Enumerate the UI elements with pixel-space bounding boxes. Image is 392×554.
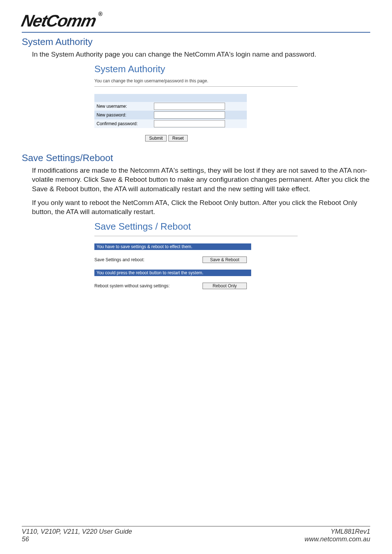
section2-p2: If you only want to reboot the NetComm A… xyxy=(32,198,370,217)
confirmed-password-input[interactable] xyxy=(154,120,225,127)
section-title-save-reboot: Save Settings/Reboot xyxy=(22,152,370,164)
new-password-label: New password: xyxy=(94,111,152,119)
footer-guide: V110, V210P, V211, V220 User Guide xyxy=(22,528,132,535)
page-footer: V110, V210P, V211, V220 User Guide YML88… xyxy=(22,526,370,543)
reboot-only-button[interactable]: Reboot Only xyxy=(203,283,247,289)
section2-p1: If modifications are made to the Netcomm… xyxy=(32,166,370,194)
system-authority-panel: System Authority You can change the logi… xyxy=(94,63,298,141)
reboot-only-label: Reboot system without saving settings: xyxy=(94,283,170,288)
new-username-input[interactable] xyxy=(154,103,225,110)
bluebar-reboot: You could press the reboot button to res… xyxy=(94,270,251,276)
submit-button[interactable]: Submit xyxy=(145,135,167,141)
footer-url: www.netcomm.com.au xyxy=(305,535,370,543)
system-authority-form: New username: New password: Confirmed pa… xyxy=(94,94,247,128)
embed-title-save-reboot: Save Settings / Reboot xyxy=(94,221,298,232)
header-divider xyxy=(22,32,370,33)
embed-divider xyxy=(94,86,298,87)
footer-page-number: 56 xyxy=(22,535,29,543)
new-password-input[interactable] xyxy=(154,111,225,119)
embed-divider-2 xyxy=(94,236,298,236)
save-reboot-button[interactable]: Save & Reboot xyxy=(203,257,247,263)
section-title-system-authority: System Authority xyxy=(22,36,370,48)
reset-button[interactable]: Reset xyxy=(168,135,188,141)
footer-rev: YML881Rev1 xyxy=(331,528,370,535)
new-username-label: New username: xyxy=(94,102,152,111)
brand-logo: NetComm® xyxy=(22,11,370,30)
bluebar-save: You have to save settings & reboot to ef… xyxy=(94,243,251,250)
embed-title-system-authority: System Authority xyxy=(94,63,298,75)
confirmed-password-label: Confirmed password: xyxy=(94,119,152,128)
save-reboot-label: Save Settings and reboot: xyxy=(94,257,144,262)
save-reboot-panel: Save Settings / Reboot You have to save … xyxy=(94,221,298,289)
section1-intro: In the System Authority page you can cha… xyxy=(32,50,370,59)
embed-sub-system-authority: You can change the login username/passwo… xyxy=(94,78,298,83)
